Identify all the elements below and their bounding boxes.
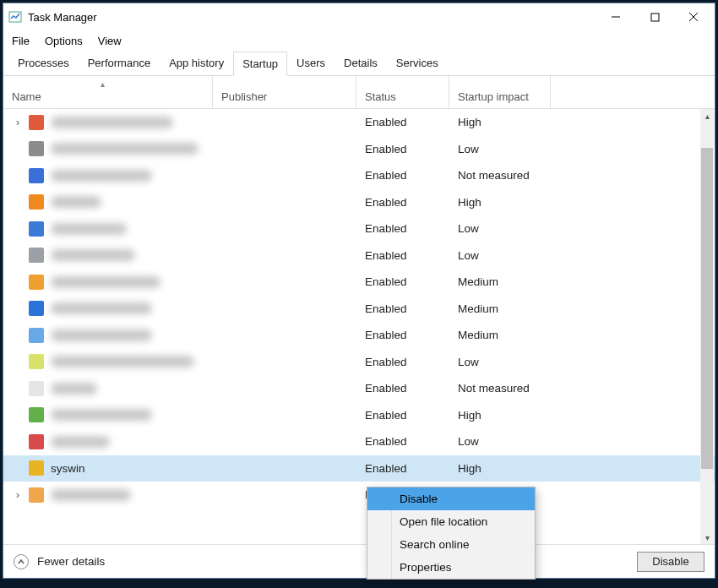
expand-icon[interactable]: › bbox=[14, 116, 22, 128]
status-cell: Enabled bbox=[356, 196, 449, 209]
status-cell: Enabled bbox=[356, 275, 449, 288]
app-icon bbox=[29, 221, 44, 237]
table-row[interactable]: ›EnabledHigh bbox=[3, 109, 715, 136]
column-status[interactable]: Status bbox=[356, 76, 449, 108]
impact-cell: Low bbox=[449, 143, 551, 155]
table-row[interactable]: EnabledNot measured bbox=[3, 162, 715, 189]
sort-indicator-icon: ▴ bbox=[101, 79, 105, 89]
table-row[interactable]: EnabledLow bbox=[3, 242, 715, 270]
app-name-redacted bbox=[51, 356, 194, 368]
svg-line-3 bbox=[689, 13, 698, 21]
column-name[interactable]: Name bbox=[3, 76, 213, 108]
app-icon bbox=[29, 194, 44, 210]
titlebar: Task Manager bbox=[3, 3, 715, 30]
status-cell: Enabled bbox=[356, 302, 449, 315]
menubar: File Options View bbox=[3, 30, 715, 51]
app-icon bbox=[29, 407, 44, 422]
status-cell: Enabled bbox=[356, 329, 449, 341]
task-manager-icon bbox=[8, 10, 22, 24]
app-name: syswin bbox=[51, 462, 85, 475]
impact-cell: Medium bbox=[449, 302, 551, 315]
table-row[interactable]: EnabledHigh bbox=[3, 402, 715, 429]
tab-performance[interactable]: Performance bbox=[79, 51, 160, 75]
status-cell: Enabled bbox=[356, 462, 449, 475]
context-search-online[interactable]: Search online bbox=[367, 533, 535, 556]
tab-users[interactable]: Users bbox=[287, 51, 335, 75]
expand-icon[interactable]: › bbox=[14, 488, 22, 501]
column-publisher[interactable]: Publisher bbox=[213, 76, 356, 108]
status-cell: Enabled bbox=[356, 222, 449, 235]
disable-button[interactable]: Disable bbox=[637, 552, 704, 572]
impact-cell: Low bbox=[449, 249, 551, 262]
tab-startup[interactable]: Startup bbox=[233, 52, 287, 76]
scroll-down-icon[interactable]: ▾ bbox=[700, 531, 714, 544]
app-icon bbox=[29, 115, 44, 130]
fewer-details-link[interactable]: Fewer details bbox=[37, 555, 105, 568]
context-properties[interactable]: Properties bbox=[367, 556, 535, 579]
impact-cell: High bbox=[449, 409, 551, 422]
app-name-redacted bbox=[51, 302, 152, 314]
tab-processes[interactable]: Processes bbox=[8, 51, 79, 75]
table-row[interactable]: EnabledLow bbox=[3, 136, 715, 163]
impact-cell: Not measured bbox=[449, 169, 551, 182]
minimize-button[interactable] bbox=[596, 3, 635, 30]
context-open-file-location[interactable]: Open file location bbox=[367, 510, 535, 533]
app-name-redacted bbox=[51, 249, 135, 261]
status-cell: Enabled bbox=[356, 382, 449, 395]
menu-options[interactable]: Options bbox=[45, 35, 83, 47]
impact-cell: High bbox=[449, 196, 551, 209]
status-cell: Enabled bbox=[356, 169, 449, 182]
app-icon bbox=[29, 460, 44, 476]
app-icon bbox=[29, 434, 44, 449]
table-row[interactable]: syswinEnabledHigh bbox=[3, 455, 715, 482]
table-row[interactable]: ›E bbox=[3, 482, 715, 509]
app-name-redacted bbox=[51, 117, 173, 128]
app-name-redacted bbox=[51, 489, 131, 501]
table-row[interactable]: EnabledMedium bbox=[3, 296, 715, 323]
tab-services[interactable]: Services bbox=[387, 51, 448, 75]
column-impact[interactable]: Startup impact bbox=[449, 76, 551, 108]
app-icon bbox=[29, 141, 44, 156]
impact-cell: Medium bbox=[449, 329, 551, 341]
app-name-redacted bbox=[51, 143, 199, 155]
tab-app-history[interactable]: App history bbox=[160, 51, 233, 75]
fewer-details-icon[interactable] bbox=[14, 554, 29, 569]
app-name-redacted bbox=[51, 223, 127, 235]
table-row[interactable]: EnabledLow bbox=[3, 428, 715, 455]
app-icon bbox=[29, 168, 44, 183]
impact-cell: High bbox=[449, 116, 551, 128]
app-name-redacted bbox=[51, 329, 152, 341]
table-row[interactable]: EnabledLow bbox=[3, 215, 715, 242]
menu-file[interactable]: File bbox=[12, 35, 30, 47]
close-button[interactable] bbox=[674, 3, 713, 30]
status-cell: Enabled bbox=[356, 356, 449, 368]
impact-cell: High bbox=[449, 462, 551, 475]
app-name-redacted bbox=[51, 409, 152, 421]
maximize-button[interactable] bbox=[635, 3, 674, 30]
status-cell: Enabled bbox=[356, 143, 449, 155]
table-row[interactable]: EnabledHigh bbox=[3, 189, 715, 216]
context-disable[interactable]: Disable bbox=[367, 487, 535, 510]
app-icon bbox=[29, 354, 44, 369]
tab-details[interactable]: Details bbox=[335, 51, 387, 75]
window-controls bbox=[596, 3, 713, 30]
table-row[interactable]: EnabledMedium bbox=[3, 269, 715, 296]
svg-rect-2 bbox=[651, 14, 659, 21]
table-row[interactable]: EnabledMedium bbox=[3, 322, 715, 349]
svg-line-4 bbox=[689, 13, 698, 21]
app-name-redacted bbox=[51, 276, 160, 288]
table-row[interactable]: EnabledLow bbox=[3, 349, 715, 376]
app-icon bbox=[29, 381, 44, 396]
app-icon bbox=[29, 275, 44, 290]
table-row[interactable]: EnabledNot measured bbox=[3, 375, 715, 402]
status-cell: Enabled bbox=[356, 249, 449, 262]
task-manager-window: Task Manager File Options View Processes bbox=[3, 3, 715, 579]
vertical-scrollbar[interactable]: ▴ ▾ bbox=[700, 109, 714, 544]
impact-cell: Low bbox=[449, 356, 551, 368]
menu-view[interactable]: View bbox=[98, 35, 122, 47]
scroll-thumb[interactable] bbox=[701, 148, 713, 469]
app-icon bbox=[29, 248, 44, 263]
scroll-up-icon[interactable]: ▴ bbox=[700, 109, 714, 122]
status-cell: Enabled bbox=[356, 116, 449, 128]
app-icon bbox=[29, 328, 44, 343]
